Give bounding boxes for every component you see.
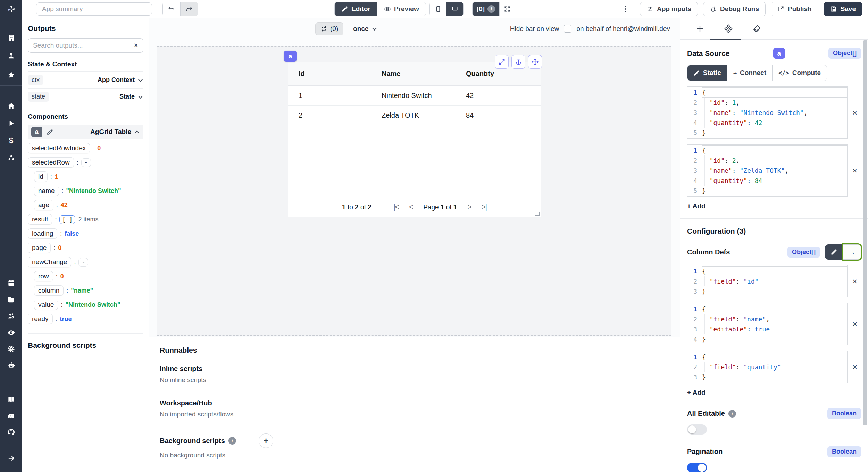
redo-button[interactable] (180, 2, 198, 16)
column-header[interactable]: Quantity (466, 70, 541, 78)
hide-bar-checkbox[interactable] (564, 25, 571, 33)
json-editor[interactable]: 1{2 "id": 2,3 "name": "Zelda TOTK",4 "qu… (687, 144, 848, 197)
clear-search-icon[interactable]: × (134, 42, 138, 49)
app-canvas[interactable]: a Id Name Quantity 1 Nintendo Switch 42 (157, 46, 671, 336)
save-button[interactable]: Save (824, 2, 862, 16)
first-page-icon[interactable]: |< (394, 203, 399, 211)
output-row[interactable]: value:"Nintendo Switch" (34, 300, 143, 310)
book-icon[interactable] (7, 395, 15, 403)
search-input[interactable] (33, 42, 131, 49)
output-row[interactable]: row:0 (34, 271, 143, 281)
boolean-type-badge[interactable]: Boolean (827, 408, 861, 419)
boolean-type-badge[interactable]: Boolean (827, 446, 861, 457)
insert-component-tab[interactable] (695, 24, 705, 34)
output-row[interactable]: result:[...]2 items (28, 214, 143, 225)
output-key[interactable]: loading (28, 228, 57, 239)
windmill-logo[interactable] (7, 5, 15, 13)
output-key[interactable]: ready (28, 314, 53, 324)
output-row[interactable]: age:42 (34, 200, 143, 210)
remove-item-icon[interactable]: × (852, 166, 857, 176)
state-row[interactable]: state State (28, 88, 143, 105)
anchor-icon[interactable] (511, 55, 525, 69)
expand-icon[interactable] (495, 55, 509, 69)
output-row[interactable]: selectedRowIndex:0 (28, 143, 143, 153)
all-editable-toggle[interactable] (687, 424, 707, 435)
desktop-view-button[interactable] (446, 2, 463, 16)
next-page-icon[interactable]: > (467, 203, 471, 211)
column-header[interactable]: Id (299, 70, 382, 78)
home-icon[interactable] (7, 102, 15, 110)
frequency-dropdown[interactable]: once (353, 25, 377, 33)
play-icon[interactable] (7, 119, 15, 127)
output-key[interactable]: value (34, 300, 58, 310)
grid-lines-button[interactable]: |0|i (473, 2, 499, 16)
compute-tab[interactable]: </>Compute (772, 65, 827, 81)
output-key[interactable]: newChange (28, 257, 71, 267)
remove-item-icon[interactable]: × (852, 362, 857, 372)
output-row[interactable]: page:0 (28, 243, 143, 253)
debug-runs-button[interactable]: Debug Runs (703, 2, 766, 16)
add-column-def-button[interactable]: + Add (687, 389, 706, 396)
prev-page-icon[interactable]: < (409, 203, 413, 211)
github-icon[interactable] (7, 428, 15, 436)
last-page-icon[interactable]: >| (482, 203, 487, 211)
more-menu-button[interactable] (621, 2, 630, 16)
remove-item-icon[interactable]: × (852, 108, 857, 118)
editor-mode-button[interactable]: Editor (335, 2, 377, 16)
user-group-icon[interactable] (7, 312, 15, 320)
output-key[interactable]: selectedRowIndex (28, 143, 90, 153)
ctx-row[interactable]: ctx App Context (28, 72, 143, 88)
publish-button[interactable]: Publish (771, 2, 818, 16)
aggrid-table-component[interactable]: a Id Name Quantity 1 Nintendo Switch 42 (288, 62, 541, 217)
output-row[interactable]: id:1 (34, 171, 143, 182)
fullscreen-button[interactable] (499, 2, 515, 16)
edit-component-icon[interactable] (47, 128, 53, 135)
connect-tab[interactable]: →Connect (727, 65, 772, 81)
resize-handle[interactable] (535, 212, 540, 216)
remove-item-icon[interactable]: × (852, 277, 857, 286)
output-key[interactable]: row (34, 271, 53, 281)
arrow-right-icon[interactable] (7, 454, 15, 462)
mobile-view-button[interactable] (430, 2, 446, 16)
output-row[interactable]: name:"Nintendo Switch" (34, 186, 143, 196)
output-key[interactable]: result (28, 214, 52, 225)
output-key[interactable]: column (34, 285, 64, 296)
output-key[interactable]: name (34, 186, 59, 196)
person-icon[interactable] (7, 51, 15, 60)
add-data-item-button[interactable]: + Add (687, 202, 706, 210)
scrollbar[interactable] (863, 40, 867, 425)
building-icon[interactable] (7, 33, 15, 42)
gear-icon[interactable] (7, 345, 15, 353)
star-icon[interactable] (7, 70, 15, 79)
component-header[interactable]: a AgGrid Table (28, 125, 143, 139)
output-key[interactable]: selectedRow (28, 157, 74, 168)
output-key[interactable]: page (28, 243, 51, 253)
discord-icon[interactable] (7, 412, 15, 420)
output-expander[interactable]: [...] (59, 215, 75, 224)
object-type-badge[interactable]: Object[] (828, 48, 861, 59)
output-key[interactable]: age (34, 200, 53, 210)
component-settings-tab[interactable] (723, 24, 734, 34)
json-editor[interactable]: 1{2 "field": "quantity"3} (687, 351, 848, 383)
app-inputs-button[interactable]: App inputs (640, 2, 698, 16)
json-editor[interactable]: 1{2 "field": "name",3 "editable": true4} (687, 303, 848, 345)
table-row[interactable]: 2 Zelda TOTK 84 (288, 106, 541, 125)
folder-icon[interactable] (7, 295, 15, 304)
add-background-script-button[interactable]: + (259, 433, 273, 448)
remove-item-icon[interactable]: × (852, 319, 857, 329)
output-row[interactable]: ready:true (28, 314, 143, 324)
eye-icon[interactable] (7, 328, 15, 337)
calendar-icon[interactable] (7, 279, 15, 287)
dollar-icon[interactable]: $ (7, 136, 15, 145)
output-row[interactable]: newChange:- (28, 257, 143, 267)
json-editor[interactable]: 1{2 "field": "id"3} (687, 265, 848, 297)
json-editor[interactable]: 1{2 "id": 1,3 "name": "Nintendo Switch",… (687, 86, 848, 139)
connect-mode-button[interactable]: → (843, 244, 861, 260)
refresh-button[interactable]: (0) (315, 22, 343, 35)
table-row[interactable]: 1 Nintendo Switch 42 (288, 86, 541, 106)
output-row[interactable]: selectedRow:- (28, 157, 143, 168)
robot-icon[interactable] (7, 361, 15, 369)
object-type-badge[interactable]: Object[] (787, 247, 820, 258)
edit-mode-button[interactable] (825, 244, 843, 260)
cubes-icon[interactable] (7, 154, 15, 162)
